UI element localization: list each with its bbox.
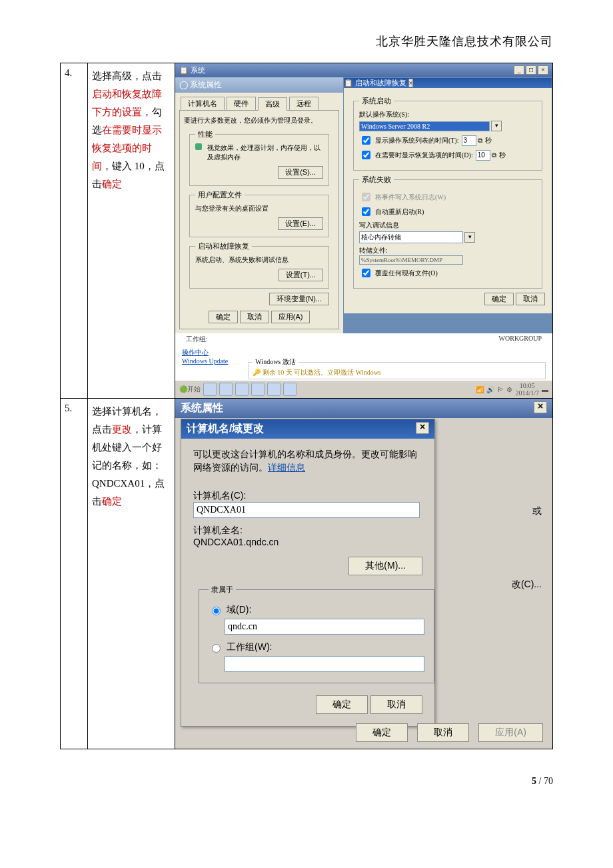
- userprofile-settings-button[interactable]: 设置(E)...: [278, 217, 323, 230]
- close-icon[interactable]: ×: [408, 79, 414, 87]
- outer-cancel-button[interactable]: 取消: [417, 723, 469, 742]
- computer-name-change-dialog: 计算机名/域更改 × 可以更改这台计算机的名称和成员身份。更改可能影响网络资源的…: [181, 419, 435, 727]
- inner-ok-button[interactable]: 确定: [316, 695, 368, 714]
- spinner-icon[interactable]: ⧉: [478, 137, 482, 145]
- userprofile-group: 用户配置文件 与您登录有关的桌面设置 设置(E)...: [189, 190, 329, 237]
- computer-name-label: 计算机名(C):: [193, 490, 422, 502]
- system-boot-group: 系统启动 默认操作系统(S): Windows Server 2008 R2 ▾: [353, 96, 542, 171]
- show-desktop-icon[interactable]: ▬: [542, 386, 548, 393]
- details-link[interactable]: 详细信息: [268, 462, 305, 473]
- workgroup-radio[interactable]: [212, 644, 221, 653]
- system-failure-group: 系统失败 将事件写入系统日志(W) 自动重新启动(R) 写入调试信息 核心内存转…: [353, 175, 542, 289]
- close-icon[interactable]: ×: [538, 65, 548, 75]
- taskbar-app-icon[interactable]: [267, 383, 281, 396]
- env-vars-button[interactable]: 环境变量(N)...: [269, 293, 329, 305]
- maximize-icon[interactable]: □: [526, 65, 536, 75]
- step-number: 4.: [61, 63, 88, 399]
- chevron-down-icon[interactable]: ▾: [464, 232, 475, 243]
- taskbar: 🟢开始 📶 🔊 🏳: [175, 381, 552, 398]
- outer-ok-button[interactable]: 确定: [356, 723, 408, 742]
- tray-icon[interactable]: ⚙: [506, 386, 512, 393]
- overwrite-checkbox[interactable]: [362, 269, 370, 277]
- admin-note: 要进行大多数更改，您必须作为管理员登录。: [184, 116, 334, 125]
- document-header: 北京华胜天隆信息技术有限公司: [60, 33, 553, 49]
- computer-name-input[interactable]: [193, 502, 420, 518]
- dump-file-input[interactable]: %SystemRoot%\MEMORY.DMP: [359, 255, 463, 265]
- dump-type-select[interactable]: 核心内存转储: [359, 231, 463, 243]
- startup-group: 启动和故障恢复 系统启动、系统失败和调试信息 设置(T)...: [189, 241, 329, 289]
- show-recovery-checkbox[interactable]: [362, 151, 370, 159]
- clock-time: 10:05: [520, 382, 535, 389]
- tab-computer-name[interactable]: 计算机名: [181, 97, 225, 110]
- taskbar-app-icon[interactable]: [203, 383, 217, 396]
- action-center-link[interactable]: 操作中心: [182, 349, 209, 356]
- show-os-list-checkbox[interactable]: [362, 136, 370, 145]
- step-number: 5.: [61, 399, 88, 749]
- change-button-fragment[interactable]: 改(C)...: [512, 579, 542, 591]
- step5-screenshot: 系统属性 × 或 改(C)... 计算机名/域更改 ×: [175, 399, 553, 749]
- clock-date: 2014/1/7: [515, 389, 539, 397]
- step-instruction: 选择计算机名，点击更改，计算机处键入一个好记的名称，如：QNDCXA01，点击确…: [88, 399, 175, 749]
- close-icon[interactable]: ×: [534, 401, 547, 413]
- taskbar-app-icon[interactable]: [235, 383, 249, 396]
- workgroup-label: 工作组:: [186, 335, 208, 343]
- instruction-table: 4. 选择高级，点击启动和恢复故障下方的设置，勾选在需要时显示恢复选项的时间，键…: [60, 63, 553, 749]
- start-button[interactable]: 🟢开始: [179, 385, 201, 394]
- inner-cancel-button[interactable]: 取消: [370, 695, 422, 714]
- sysprops-cancel-button[interactable]: 取消: [240, 311, 269, 323]
- performance-group: 性能 视觉效果，处理器计划，内存使用，以及虚拟内存 设置(S)...: [189, 129, 329, 186]
- spinner-icon[interactable]: ⧉: [492, 151, 496, 159]
- full-name-label: 计算机全名:: [193, 525, 422, 537]
- write-event-checkbox: [362, 193, 370, 201]
- tab-hardware[interactable]: 硬件: [227, 97, 256, 110]
- minimize-icon[interactable]: _: [514, 65, 524, 75]
- chevron-down-icon[interactable]: ▾: [491, 121, 502, 131]
- outer-apply-button[interactable]: 应用(A): [478, 723, 543, 742]
- workgroup-input[interactable]: [225, 656, 424, 672]
- full-name-value: QNDCXA01.qndc.cn: [193, 537, 422, 547]
- domain-radio[interactable]: [212, 607, 221, 615]
- workgroup-value: WORKGROUP: [499, 335, 542, 344]
- tab-bar: 计算机名 硬件 高级 远程: [175, 93, 343, 110]
- sysprops-apply-button[interactable]: 应用(A): [271, 311, 310, 323]
- close-icon[interactable]: ×: [416, 422, 429, 434]
- performance-settings-button[interactable]: 设置(S)...: [278, 166, 323, 179]
- step4-screenshot: 📋 系统 _ □ × ◯ 系统属性: [175, 63, 553, 399]
- taskbar-app-icon[interactable]: [251, 383, 265, 396]
- taskbar-app-icon[interactable]: [219, 383, 233, 396]
- sr-cancel-button[interactable]: 取消: [516, 293, 545, 305]
- tray-icon[interactable]: 🏳: [497, 386, 504, 393]
- startup-recovery-dialog: 📋 启动和故障恢复 × 系统启动 默认操作系统(S): Windows Serv…: [343, 77, 552, 314]
- windows-update-link[interactable]: Windows Update: [182, 357, 228, 365]
- taskbar-app-icon[interactable]: [283, 383, 297, 396]
- more-button[interactable]: 其他(M)...: [348, 557, 422, 575]
- step-instruction: 选择高级，点击启动和恢复故障下方的设置，勾选在需要时显示恢复选项的时间，键入 1…: [88, 63, 175, 399]
- shield-icon: [195, 143, 202, 150]
- window-titlebar: 📋 系统 _ □ ×: [175, 63, 552, 77]
- domain-input[interactable]: [225, 619, 424, 635]
- system-properties-dialog: 系统属性 × 或 改(C)... 计算机名/域更改 ×: [175, 399, 552, 749]
- dialog-description: 可以更改这台计算机的名称和成员身份。更改可能影响网络资源的访问。: [193, 449, 417, 473]
- startup-settings-button[interactable]: 设置(T)...: [279, 269, 323, 281]
- tray-icon[interactable]: 📶: [476, 386, 484, 393]
- default-os-select[interactable]: Windows Server 2008 R2: [359, 121, 490, 131]
- system-properties-dialog: ◯ 系统属性 计算机名 硬件 高级 远程 要进行大多数更改，您必须作为管理员登录…: [175, 77, 343, 333]
- page-footer: 5 / 70: [60, 776, 553, 787]
- recovery-seconds-input[interactable]: [476, 150, 490, 161]
- os-list-seconds-input[interactable]: [462, 135, 476, 146]
- tab-advanced[interactable]: 高级: [258, 97, 287, 111]
- tray-icon[interactable]: 🔊: [486, 386, 494, 393]
- sysprops-ok-button[interactable]: 确定: [209, 311, 238, 323]
- side-text-or: 或: [532, 505, 542, 517]
- tab-remote[interactable]: 远程: [289, 97, 318, 110]
- member-of-group: 隶属于 域(D): 工作组(W):: [199, 585, 434, 683]
- auto-restart-checkbox[interactable]: [362, 207, 370, 216]
- sr-ok-button[interactable]: 确定: [484, 293, 514, 305]
